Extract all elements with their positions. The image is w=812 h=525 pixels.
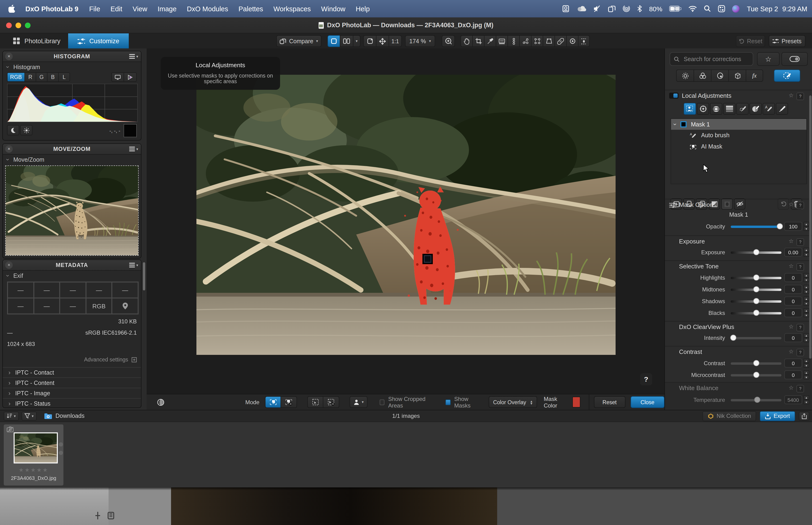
move-tool-button[interactable] [376,35,388,47]
close-local-adjustments-button[interactable]: Close [631,396,664,408]
iptc-content-row[interactable]: ›IPTC - Content [3,377,141,388]
graduated-filter-tool[interactable] [723,103,735,115]
advanced-settings-link[interactable]: Advanced settings [7,357,137,362]
white-balance-pipette-tool[interactable] [484,35,496,47]
contrast-stepper[interactable]: ▲▼ [803,359,809,368]
siri-icon[interactable] [732,5,740,13]
help-icon[interactable]: ? [796,201,804,209]
presets-button[interactable]: Presets [769,35,806,47]
soft-proofing-icon[interactable] [124,72,137,82]
clearview-header[interactable]: DxO ClearView Plus ☆ ? [665,321,812,333]
help-button[interactable]: ? [640,373,652,386]
split-preview-icon[interactable] [157,398,165,406]
mask-subitem-aimask[interactable]: AI Mask [671,141,806,152]
exposure-slider[interactable] [731,251,781,254]
tab-customize[interactable]: Customize [68,33,129,49]
channel-rgb-button[interactable]: RGB [7,72,25,82]
battery-icon[interactable] [669,6,681,12]
favorites-filter-button[interactable]: ☆ [757,52,780,66]
mask-color-swatch[interactable] [572,397,580,407]
rect-mask-subtract-button[interactable] [323,396,339,408]
iptc-image-row[interactable]: ›IPTC - Image [3,388,141,398]
microcontrast-stepper[interactable]: ▲▼ [803,370,809,379]
contrast-value[interactable]: 0 [784,359,802,368]
midtones-stepper[interactable]: ▲▼ [803,285,809,294]
star-icon[interactable]: ☆ [788,238,794,244]
ai-mask-tool[interactable] [684,103,696,115]
highlights-slider[interactable] [731,276,781,279]
star-icon[interactable]: ☆ [788,348,794,355]
fit-screen-button[interactable] [363,35,376,47]
window-titlebar[interactable]: DxO PhotoLab — Downloads — 2F3A4063_DxO.… [0,17,812,33]
star-icon[interactable]: ☆ [788,201,794,208]
category-light-button[interactable] [676,70,693,82]
highlights-stepper[interactable]: ▲▼ [803,273,809,282]
shadow-clipping-button[interactable] [7,125,19,135]
active-corrections-toggle-button[interactable] [781,52,808,66]
tab-photolibrary[interactable]: PhotoLibrary [4,33,70,49]
airdrop-icon[interactable] [623,5,630,12]
panel-menu-button[interactable]: ▾ [129,260,138,270]
photo-canvas[interactable] [196,75,616,355]
spotlight-icon[interactable] [704,5,711,12]
star-icon[interactable]: ☆ [788,92,794,99]
repair-tool[interactable] [554,35,566,47]
opacity-value[interactable]: 100 [784,222,802,231]
shadows-value[interactable]: 0 [784,297,802,305]
image-card-selected[interactable]: ★★★★★ 2F3A4063_DxO.jpg [4,424,63,485]
category-color-button[interactable] [693,70,711,82]
exposure-value[interactable]: 0.00 [784,248,802,257]
crop-tool[interactable] [472,35,484,47]
help-icon[interactable]: ? [796,385,804,392]
red-eye-tool[interactable] [566,35,578,47]
menu-edit[interactable]: Edit [105,5,127,13]
zoom-in-button[interactable] [442,35,455,47]
intensity-value[interactable]: 0 [784,333,802,342]
close-window-button[interactable] [6,22,12,28]
menu-file[interactable]: File [84,5,106,13]
mask-subitem-autobrush[interactable]: A Auto brush [671,130,806,141]
contrast-slider[interactable] [731,362,781,364]
split-view-button[interactable] [340,35,353,47]
temperature-stepper[interactable]: ▲▼ [803,395,809,404]
category-fx-button[interactable]: fx [746,70,763,82]
local-adjustments-tool[interactable] [578,35,590,47]
iptc-contact-row[interactable]: ›IPTC - Contact [3,367,141,377]
view-mode-dropdown[interactable]: ▾ [353,35,361,47]
star-icon[interactable]: ☆ [788,385,794,391]
menu-dxo-modules[interactable]: DxO Modules [182,5,233,13]
intensity-stepper[interactable]: ▲▼ [803,333,809,342]
exif-collapse-row[interactable]: › Exif [3,271,141,281]
microcontrast-slider[interactable] [731,374,781,376]
zoom-level-dropdown[interactable]: 174 % ▾ [405,35,435,47]
perspective-tool[interactable] [543,35,554,47]
temperature-slider[interactable] [731,399,781,401]
show-cropped-areas-checkbox[interactable] [380,399,384,405]
onedrive-icon[interactable] [578,6,587,12]
image-thumbnail[interactable] [14,432,58,463]
horizon-tool[interactable] [496,35,507,47]
exposure-stepper[interactable]: ▲▼ [803,248,809,257]
control-line-tool[interactable] [710,103,722,115]
help-icon[interactable]: ? [796,263,804,271]
menu-clock[interactable]: Tue Sep 2 9:29 AM [747,5,807,13]
rect-mask-add-button[interactable] [307,396,323,408]
channel-r-button[interactable]: R [25,72,36,82]
iptc-status-row[interactable]: ›IPTC - Status [3,398,141,408]
control-center-icon[interactable] [718,5,725,12]
local-adjustments-header[interactable]: Local Adjustments ☆ ? [665,90,812,102]
brush-tool[interactable] [776,103,788,115]
help-icon[interactable]: ? [796,238,804,246]
app-menu-title[interactable]: DxO PhotoLab 9 [20,5,84,13]
control-point-chain-tool[interactable] [507,35,519,47]
highlight-clipping-button[interactable] [20,125,32,135]
zoom-window-button[interactable] [25,22,31,28]
right-panel-scrollbar[interactable] [809,95,812,359]
histogram-panel-header[interactable]: × HISTOGRAM ▾ [3,51,141,62]
stage-manager-icon[interactable] [608,5,616,12]
white-balance-header[interactable]: White Balance ☆ ? [665,382,812,394]
subject-select-dropdown[interactable]: ▾ [350,396,367,408]
star-rating[interactable]: ★★★★★ [4,467,63,473]
color-mask-tool[interactable] [750,103,762,115]
one-to-one-button[interactable]: 1:1 [388,35,402,47]
